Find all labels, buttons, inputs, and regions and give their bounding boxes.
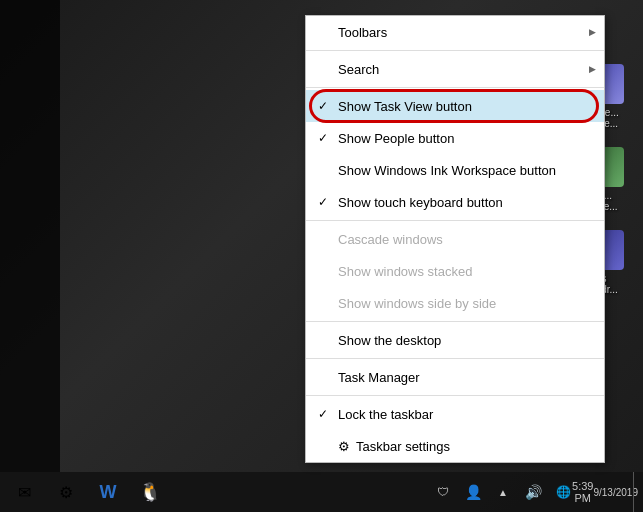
menu-label-people: Show People button bbox=[338, 131, 588, 146]
menu-label-task-manager: Task Manager bbox=[338, 370, 588, 385]
taskbar: ✉ ⚙ W 🐧 🛡 👤 ▲ 🔊 🌐 5:39 PM 9/13/2019 bbox=[0, 472, 643, 512]
menu-item-toolbars[interactable]: Toolbars bbox=[306, 16, 604, 48]
menu-label-lock-taskbar: Lock the taskbar bbox=[338, 407, 588, 422]
menu-item-show-desktop[interactable]: Show the desktop bbox=[306, 324, 604, 356]
menu-item-cascade: Cascade windows bbox=[306, 223, 604, 255]
left-panel bbox=[0, 0, 60, 472]
show-desktop-button[interactable] bbox=[633, 472, 639, 512]
menu-item-touch-keyboard[interactable]: ✓Show touch keyboard button bbox=[306, 186, 604, 218]
menu-item-task-manager[interactable]: Task Manager bbox=[306, 361, 604, 393]
menu-item-taskbar-settings[interactable]: ⚙Taskbar settings bbox=[306, 430, 604, 462]
tray-up-icon[interactable]: ▲ bbox=[489, 472, 517, 512]
tray-shield-icon[interactable]: 🛡 bbox=[429, 472, 457, 512]
context-menu: ToolbarsSearch✓Show Task View button✓Sho… bbox=[305, 15, 605, 463]
menu-item-stacked: Show windows stacked bbox=[306, 255, 604, 287]
menu-item-people[interactable]: ✓Show People button bbox=[306, 122, 604, 154]
menu-separator-16 bbox=[306, 395, 604, 396]
menu-label-side-by-side: Show windows side by side bbox=[338, 296, 588, 311]
taskbar-icon-word[interactable]: W bbox=[88, 472, 128, 512]
menu-separator-12 bbox=[306, 321, 604, 322]
menu-label-touch-keyboard: Show touch keyboard button bbox=[338, 195, 588, 210]
menu-label-search: Search bbox=[338, 62, 588, 77]
menu-label-toolbars: Toolbars bbox=[338, 25, 588, 40]
taskbar-right: 🛡 👤 ▲ 🔊 🌐 5:39 PM 9/13/2019 bbox=[429, 472, 643, 512]
menu-label-ink: Show Windows Ink Workspace button bbox=[338, 163, 588, 178]
taskbar-icon-mail[interactable]: ✉ bbox=[4, 472, 44, 512]
menu-check-lock-taskbar: ✓ bbox=[318, 407, 338, 421]
tray-people-icon[interactable]: 👤 bbox=[459, 472, 487, 512]
menu-separator-1 bbox=[306, 50, 604, 51]
gear-icon: ⚙ bbox=[338, 439, 350, 454]
menu-separator-8 bbox=[306, 220, 604, 221]
tray-time: 5:39 PM 9/13/2019 bbox=[579, 472, 631, 512]
menu-label-cascade: Cascade windows bbox=[338, 232, 588, 247]
taskbar-icon-other[interactable]: 🐧 bbox=[130, 472, 170, 512]
menu-check-task-view: ✓ bbox=[318, 99, 338, 113]
menu-separator-3 bbox=[306, 87, 604, 88]
menu-check-touch-keyboard: ✓ bbox=[318, 195, 338, 209]
menu-label-stacked: Show windows stacked bbox=[338, 264, 588, 279]
tray-volume-icon[interactable]: 🔊 bbox=[519, 472, 547, 512]
menu-item-lock-taskbar[interactable]: ✓Lock the taskbar bbox=[306, 398, 604, 430]
taskbar-left: ✉ ⚙ W 🐧 bbox=[0, 472, 170, 512]
menu-label-show-desktop: Show the desktop bbox=[338, 333, 588, 348]
menu-label-taskbar-settings: Taskbar settings bbox=[356, 439, 588, 454]
menu-label-task-view: Show Task View button bbox=[338, 99, 588, 114]
menu-item-search[interactable]: Search bbox=[306, 53, 604, 85]
taskbar-icon-settings[interactable]: ⚙ bbox=[46, 472, 86, 512]
menu-item-ink[interactable]: Show Windows Ink Workspace button bbox=[306, 154, 604, 186]
menu-item-task-view[interactable]: ✓Show Task View button bbox=[306, 90, 604, 122]
menu-separator-14 bbox=[306, 358, 604, 359]
menu-item-side-by-side: Show windows side by side bbox=[306, 287, 604, 319]
menu-check-people: ✓ bbox=[318, 131, 338, 145]
